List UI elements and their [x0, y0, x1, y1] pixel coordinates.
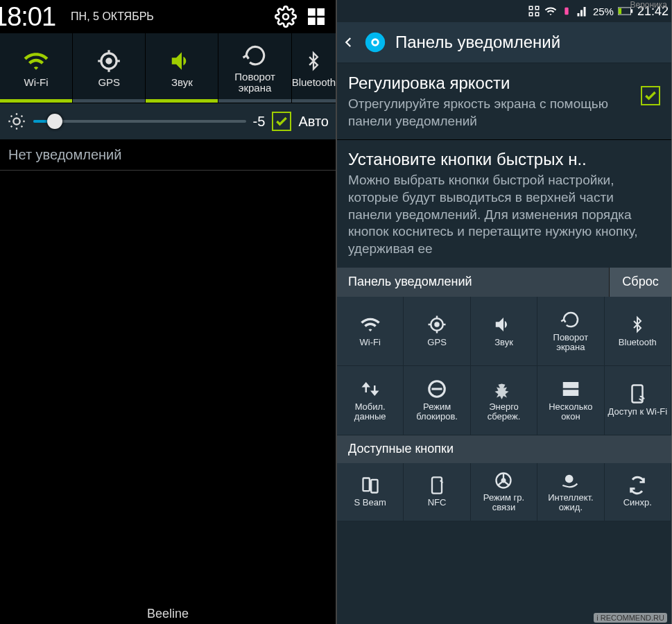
quick-buttons-title: Установите кнопки быстрых н.. [348, 150, 660, 169]
grid-tile-rotate[interactable]: Поворот экрана [537, 297, 604, 366]
avail-tile-smart-stay[interactable]: Интеллект. ожид. [537, 463, 604, 521]
brightness-slider[interactable] [33, 120, 246, 123]
quick-buttons-desc: Можно выбрать кнопки быстрой настройки, … [348, 172, 660, 257]
avail-tile-nfc[interactable]: NFC [404, 463, 470, 521]
battery-percentage: 25% [593, 6, 614, 17]
svg-rect-23 [563, 390, 579, 396]
brightness-adjustment-section[interactable]: Регулировка яркости Отрегулируйте яркост… [337, 64, 671, 139]
grid-tile-gps[interactable]: GPS [404, 297, 470, 366]
avail-tile-sync[interactable]: Синхр. [605, 463, 671, 521]
brightness-auto-checkbox[interactable] [272, 112, 291, 131]
grid-tile-wifi[interactable]: Wi-Fi [337, 297, 404, 366]
svg-rect-14 [619, 8, 621, 14]
reset-button[interactable]: Сброс [609, 268, 671, 297]
toggle-gps-label: GPS [98, 77, 120, 89]
grid-tile-sound[interactable]: Звук [471, 297, 537, 366]
active-toggles-grid: Wi-Fi GPS Звук Поворот экрана Bluetooth … [337, 297, 671, 435]
toggle-gps[interactable]: GPS [73, 33, 146, 103]
brightness-adj-checkbox[interactable] [641, 86, 660, 105]
clock: 18:01 [0, 2, 55, 32]
settings-gear-icon [363, 31, 387, 54]
svg-point-7 [13, 118, 19, 124]
toggle-sound[interactable]: Звук [146, 33, 218, 103]
svg-rect-10 [529, 12, 533, 16]
status-bar: 18:01 ПН, 5 ОКТЯБРЬ [0, 0, 336, 33]
brightness-title: Регулировка яркости [348, 73, 632, 93]
grid-tile-mobile-data[interactable]: Мобил. данные [337, 366, 404, 435]
quick-buttons-section[interactable]: Установите кнопки быстрых н.. Можно выбр… [337, 140, 671, 267]
available-toggles-grid: S Beam NFC Режим гр. связи Интеллект. ож… [337, 463, 671, 521]
wifi-status-icon [544, 5, 557, 17]
toggle-rotate-label: Поворот экрана [218, 71, 291, 94]
panel-sub-bar: Панель уведомлений Сброс [337, 268, 671, 297]
brightness-desc: Отрегулируйте яркость экрана с помощью п… [348, 96, 632, 130]
svg-rect-3 [308, 17, 316, 25]
toggle-wifi[interactable]: Wi-Fi [0, 33, 73, 103]
svg-rect-26 [371, 480, 377, 493]
grid-tile-wifi-hotspot[interactable]: Доступ к Wi-Fi [605, 366, 671, 435]
svg-rect-4 [317, 17, 325, 25]
quick-settings-status-icon [528, 5, 540, 17]
back-icon[interactable] [343, 32, 355, 53]
svg-rect-8 [529, 6, 533, 10]
grid-tile-multi-window[interactable]: Несколько окон [537, 366, 604, 435]
date: ПН, 5 ОКТЯБРЬ [71, 10, 154, 23]
toggle-wifi-label: Wi-Fi [24, 77, 49, 89]
grid-tile-bluetooth[interactable]: Bluetooth [605, 297, 671, 366]
svg-point-6 [107, 59, 111, 63]
grid-tile-block-mode[interactable]: Режим блокиров. [404, 366, 470, 435]
settings-notification-panel-screen: Вероника 25% 21:42 Панель уведомлений Ре… [336, 0, 671, 624]
svg-point-20 [436, 323, 439, 327]
svg-point-30 [565, 475, 574, 483]
status-bar-right: 25% 21:42 [337, 0, 671, 22]
toggle-sound-label: Звук [171, 77, 193, 89]
signal-status-icon [576, 5, 589, 17]
watermark-site: i RECOMMEND.RU [594, 613, 667, 623]
quick-toggles-row: Wi-Fi GPS Звук Поворот экрана Bluetooth [0, 33, 336, 103]
brightness-auto-label: Авто [298, 114, 329, 130]
svg-rect-2 [317, 8, 325, 16]
svg-rect-11 [535, 12, 539, 16]
toggle-rotate[interactable]: Поворот экрана [218, 33, 291, 103]
quick-settings-grid-icon[interactable] [305, 6, 327, 28]
settings-icon[interactable] [275, 6, 297, 28]
panel-sub-bar-label: Панель уведомлений [337, 275, 609, 289]
watermark-author: Вероника [630, 0, 667, 10]
svg-rect-9 [535, 6, 539, 10]
grid-tile-power-saving[interactable]: Энерго сбереж. [471, 366, 537, 435]
notification-shade-screen: 18:01 ПН, 5 ОКТЯБРЬ Wi-Fi GPS Звук Повор… [0, 0, 336, 624]
brightness-icon [7, 112, 26, 131]
toggle-bluetooth-label: Bluetooth [292, 77, 336, 89]
svg-rect-15 [631, 9, 633, 12]
svg-point-18 [373, 40, 377, 44]
svg-rect-25 [363, 478, 369, 492]
avail-tile-driving[interactable]: Режим гр. связи [471, 463, 537, 521]
toggle-bluetooth[interactable]: Bluetooth [292, 33, 336, 103]
brightness-value: -5 [253, 114, 266, 130]
brightness-bar: -5 Авто [0, 103, 336, 140]
battery-saver-status-icon [561, 6, 572, 17]
svg-rect-22 [563, 382, 579, 388]
svg-rect-1 [308, 8, 316, 16]
available-buttons-label: Доступные кнопки [337, 435, 671, 463]
screen-header[interactable]: Панель уведомлений [337, 22, 671, 64]
no-notifications-label: Нет уведомлений [0, 140, 336, 171]
avail-tile-sbeam[interactable]: S Beam [337, 463, 404, 521]
carrier-label: Beeline [0, 607, 336, 621]
header-title: Панель уведомлений [395, 33, 560, 52]
svg-point-0 [283, 14, 288, 19]
svg-rect-27 [432, 477, 442, 493]
svg-rect-12 [565, 8, 568, 15]
svg-point-29 [502, 479, 506, 483]
